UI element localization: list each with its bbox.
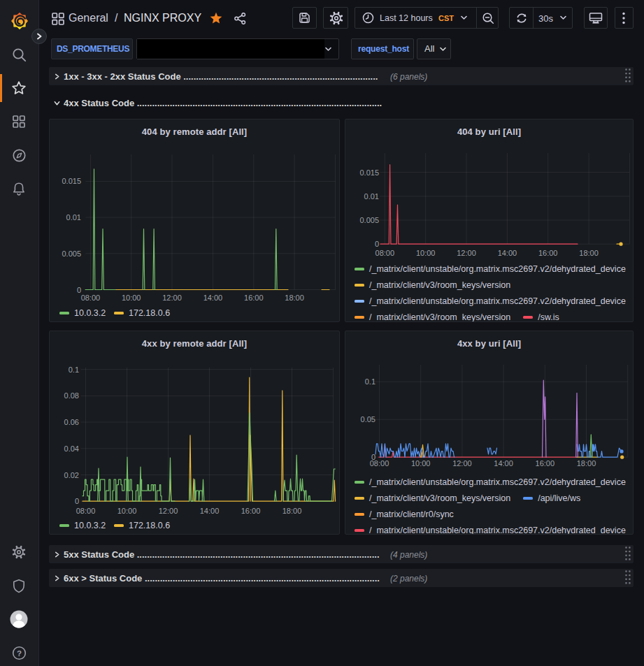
svg-text:14:00: 14:00 xyxy=(203,294,223,302)
svg-text:10:00: 10:00 xyxy=(411,459,431,468)
svg-text:16:00: 16:00 xyxy=(244,294,264,302)
svg-text:0.05: 0.05 xyxy=(361,415,375,424)
svg-text:18:00: 18:00 xyxy=(282,507,302,515)
svg-text:14:00: 14:00 xyxy=(200,507,220,515)
svg-text:18:00: 18:00 xyxy=(285,294,304,302)
svg-text:?: ? xyxy=(17,649,22,658)
svg-text:14:00: 14:00 xyxy=(498,249,517,257)
svg-text:12:00: 12:00 xyxy=(457,249,476,257)
svg-text:10:00: 10:00 xyxy=(416,249,436,257)
svg-text:0.02: 0.02 xyxy=(64,471,79,479)
svg-text:16:00: 16:00 xyxy=(538,249,558,257)
svg-text:0: 0 xyxy=(77,286,81,294)
svg-text:0.005: 0.005 xyxy=(62,249,81,258)
svg-text:0.04: 0.04 xyxy=(64,444,79,453)
svg-text:0.1: 0.1 xyxy=(69,365,79,374)
svg-text:0: 0 xyxy=(375,240,379,248)
svg-text:0.08: 0.08 xyxy=(64,391,79,400)
svg-text:0.005: 0.005 xyxy=(359,216,379,224)
svg-text:08:00: 08:00 xyxy=(81,294,101,302)
svg-text:0.01: 0.01 xyxy=(364,192,379,201)
svg-text:14:00: 14:00 xyxy=(494,459,513,468)
svg-text:18:00: 18:00 xyxy=(577,459,596,468)
svg-text:16:00: 16:00 xyxy=(536,459,555,468)
svg-text:0.06: 0.06 xyxy=(64,418,79,426)
svg-text:12:00: 12:00 xyxy=(159,507,178,515)
svg-text:16:00: 16:00 xyxy=(241,507,261,515)
svg-text:10:00: 10:00 xyxy=(117,507,137,515)
svg-text:08:00: 08:00 xyxy=(76,507,96,515)
svg-text:0.01: 0.01 xyxy=(66,213,81,222)
svg-text:12:00: 12:00 xyxy=(452,459,472,468)
svg-text:12:00: 12:00 xyxy=(162,294,182,302)
svg-text:0: 0 xyxy=(371,453,375,461)
svg-text:10:00: 10:00 xyxy=(122,294,141,302)
svg-text:08:00: 08:00 xyxy=(375,249,395,257)
svg-text:0: 0 xyxy=(75,497,79,505)
svg-text:0.015: 0.015 xyxy=(359,168,379,177)
svg-text:0.1: 0.1 xyxy=(365,377,375,386)
svg-text:18:00: 18:00 xyxy=(579,249,599,257)
svg-text:0.015: 0.015 xyxy=(62,177,81,185)
